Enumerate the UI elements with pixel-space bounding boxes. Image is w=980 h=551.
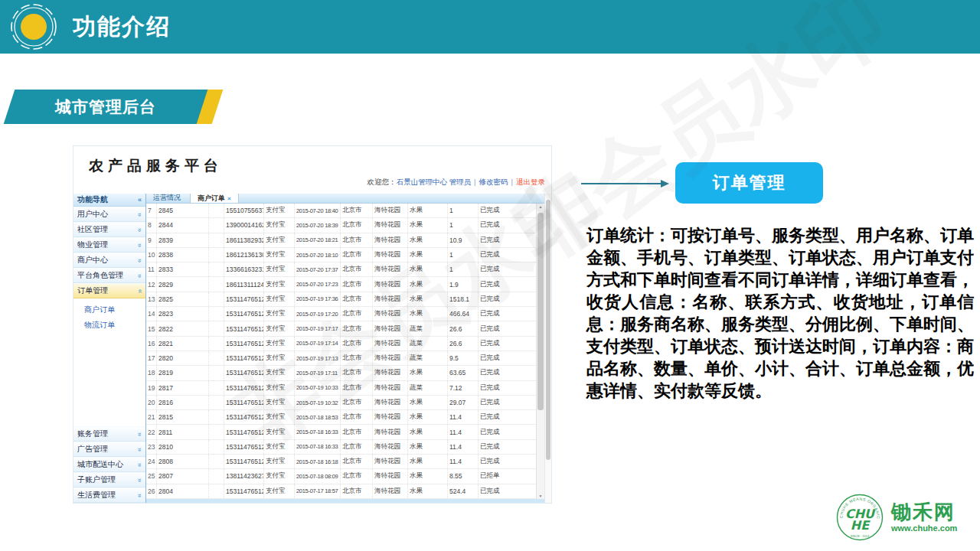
cell-amount: 1 (448, 248, 479, 262)
table-row[interactable]: 15 2822 15311476512 支付宝 2015-07-19 17:17… (146, 321, 536, 336)
chevron-icon: « (136, 273, 143, 277)
cell-payment: 支付宝 (264, 440, 295, 454)
cell-phone: 18611382932 (224, 233, 264, 247)
sidebar-header[interactable]: 功能导航 « (74, 194, 145, 207)
sidebar-group-item[interactable]: 账务管理 « (74, 426, 145, 442)
table-row[interactable]: 9 2839 18611382932 支付宝 2015-07-20 18:21 … (146, 233, 536, 248)
cell-category: 蔬菜 (408, 321, 448, 335)
table-row[interactable]: 26 2804 15311476512 支付宝 2015-07-17 18:57… (146, 484, 536, 499)
sidebar-sub-link[interactable]: 商户订单 (74, 302, 145, 318)
cell-phone: 15311476512 (224, 321, 264, 335)
cell-payment: 支付宝 (264, 218, 295, 232)
tab[interactable]: 运营情况 (146, 193, 190, 203)
callout-arrow-icon (580, 177, 671, 191)
change-password-link[interactable]: 修改密码 (479, 178, 508, 186)
cell-amount: 1518.1 (448, 292, 479, 306)
welcome-bar: 欢迎您：石景山管理中心 管理员|修改密码|退出登录 (367, 178, 545, 187)
cell-datetime: 2015-07-19 17:36 (295, 292, 341, 306)
cell-payment: 支付宝 (264, 366, 295, 380)
orders-table: 7 2845 15510755637 支付宝 2015-07-20 18:40 … (146, 204, 536, 499)
cell-city: 北京市 (341, 307, 373, 321)
table-row[interactable]: 16 2821 15311476512 支付宝 2015-07-19 17:14… (146, 337, 536, 351)
sidebar-group-item[interactable]: 子账户管理 « (74, 472, 145, 487)
cell-empty (209, 248, 224, 262)
sidebar-group-item[interactable]: 商户中心 « (74, 253, 145, 268)
scrollbar-thumb[interactable] (537, 213, 544, 410)
cell-empty (209, 366, 224, 380)
table-scrollbar[interactable]: ▲ ▼ (536, 204, 544, 499)
order-management-button[interactable]: 订单管理 (675, 162, 823, 204)
table-row[interactable]: 7 2845 15510755637 支付宝 2015-07-20 18:40 … (146, 204, 536, 218)
chuhe-stamp-icon: CHUHE MEANS ORGANIC 3.0 CHU HE SINCE : 2… (836, 494, 884, 541)
cell-datetime: 2015-07-20 18:39 (295, 218, 341, 232)
cell-order-id: 2820 (157, 351, 209, 365)
cell-city: 北京市 (341, 366, 373, 380)
collapse-sidebar-icon[interactable]: « (138, 197, 142, 204)
scroll-up-icon[interactable]: ▲ (537, 204, 544, 210)
sidebar-group-item[interactable]: 订单管理 « (74, 283, 145, 298)
cell-empty (209, 469, 224, 483)
cell-row-number: 12 (146, 277, 157, 291)
cell-phone: 13900014162 (224, 218, 264, 232)
sidebar-group-item[interactable]: 生活费管理 « (74, 487, 145, 503)
sidebar-sub-link[interactable]: 物流订单 (74, 318, 145, 333)
cell-status: 已拒单 (479, 469, 536, 483)
cell-category: 水果 (408, 425, 448, 439)
table-row[interactable]: 20 2816 15311476512 支付宝 2015-07-19 10:32… (146, 396, 536, 410)
cell-status: 已完成 (479, 425, 536, 439)
cell-amount: 26.6 (448, 321, 479, 335)
table-row[interactable]: 13 2825 15311476512 支付宝 2015-07-19 17:36… (146, 292, 536, 307)
cell-category: 水果 (408, 218, 448, 232)
sidebar-group-item[interactable]: 广告管理 « (74, 442, 145, 457)
sidebar-group-item[interactable]: 物业管理 « (74, 237, 145, 253)
page-scrollbar[interactable] (544, 194, 551, 503)
sidebar-group-item[interactable]: 平台角色管理 « (74, 268, 145, 283)
sidebar-group-item[interactable]: 用户中心 « (74, 207, 145, 222)
table-row[interactable]: 17 2820 15311476512 支付宝 2015-07-19 17:13… (146, 351, 536, 366)
brand-name: 锄禾网 (891, 502, 957, 522)
cell-community: 海特花园 (373, 337, 408, 350)
tab-close-icon[interactable]: × (227, 195, 231, 202)
cell-row-number: 23 (146, 440, 157, 454)
sidebar-group-item[interactable]: 社区管理 « (74, 222, 145, 237)
cell-row-number: 22 (146, 425, 157, 439)
table-row[interactable]: 11 2833 13366163231 支付宝 2015-07-20 17:37… (146, 262, 536, 277)
cell-amount: 524.4 (448, 484, 479, 498)
logout-link[interactable]: 退出登录 (516, 178, 545, 186)
cell-status: 已完成 (479, 233, 536, 247)
cell-amount: 8.55 (448, 469, 479, 483)
table-row[interactable]: 25 2807 13811423627 支付宝 2015-07-18 08:09… (146, 469, 536, 484)
cell-order-id: 2817 (157, 381, 209, 395)
table-row[interactable]: 14 2823 15311476512 支付宝 2015-07-19 17:20… (146, 307, 536, 321)
cell-city: 北京市 (341, 233, 373, 247)
cell-amount: 466.64 (448, 307, 479, 321)
cell-city: 北京市 (341, 204, 373, 217)
cell-city: 北京市 (341, 277, 373, 291)
tab[interactable]: 商户订单× (190, 193, 239, 203)
cell-category: 蔬菜 (408, 337, 448, 350)
scroll-down-icon[interactable]: ▼ (537, 493, 544, 499)
table-row[interactable]: 12 2829 18611311124 支付宝 2015-07-20 17:23… (146, 277, 536, 292)
table-row[interactable]: 22 2811 15311476512 支付宝 2015-07-18 16:33… (146, 425, 536, 439)
cell-datetime: 2015-07-20 18:40 (295, 204, 341, 217)
table-row[interactable]: 8 2844 13900014162 支付宝 2015-07-20 18:39 … (146, 218, 536, 233)
cell-amount: 9.5 (448, 351, 479, 365)
table-row[interactable]: 18 2819 15311476512 支付宝 2015-07-19 17:11… (146, 366, 536, 380)
sidebar-group-item[interactable]: 城市配送中心 « (74, 457, 145, 472)
sidebar-item-label: 商户中心 (77, 255, 108, 266)
cell-order-id: 2844 (157, 218, 209, 232)
table-row[interactable]: 21 2815 15311476512 支付宝 2015-07-18 18:53… (146, 410, 536, 425)
cell-order-id: 2810 (157, 440, 209, 454)
table-row[interactable]: 10 2838 18612136130 支付宝 2015-07-20 18:10… (146, 248, 536, 262)
cell-empty (209, 381, 224, 395)
cell-datetime: 2015-07-18 16:33 (295, 440, 341, 454)
table-row[interactable]: 19 2817 15311476512 支付宝 2015-07-19 10:33… (146, 381, 536, 396)
table-row[interactable]: 24 2808 15311476512 支付宝 2015-07-18 16:18… (146, 455, 536, 469)
table-row[interactable]: 23 2810 15311476512 支付宝 2015-07-18 16:33… (146, 440, 536, 455)
cell-datetime: 2015-07-19 17:17 (295, 321, 341, 335)
page-scrollbar-thumb[interactable] (546, 200, 550, 460)
cell-amount: 1.9 (448, 277, 479, 291)
cell-phone: 18612136130 (224, 248, 264, 262)
cell-community: 海特花园 (373, 204, 408, 217)
cell-community: 海特花园 (373, 425, 408, 439)
